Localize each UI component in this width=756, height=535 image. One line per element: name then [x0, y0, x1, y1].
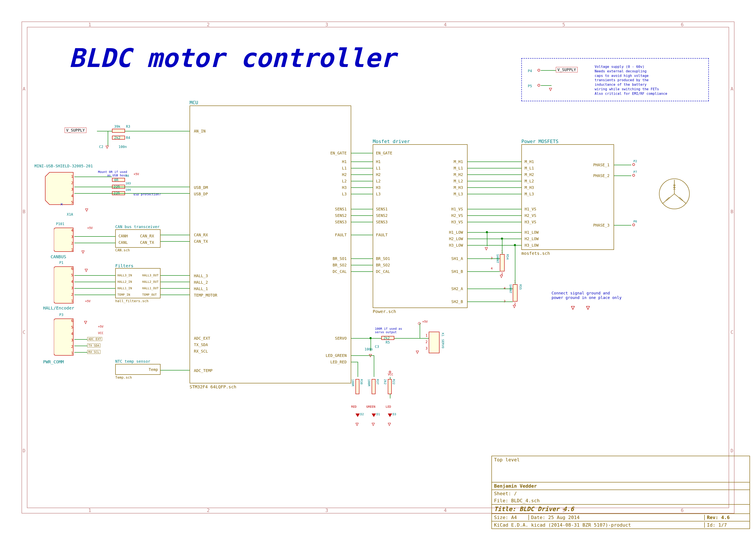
wd-ml1	[468, 168, 521, 168]
drv-sh1b: SH1_B	[451, 269, 463, 274]
drv-fault: FAULT	[376, 233, 388, 237]
led-red-w	[351, 362, 358, 362]
drv-ml3: M_L3	[454, 192, 463, 196]
d1-led-icon	[372, 413, 376, 417]
w-h2	[351, 175, 373, 175]
usb-nc-x-icon: ✕	[60, 201, 63, 207]
anin-wire	[125, 131, 189, 131]
usb-w3	[74, 193, 189, 194]
mcu-l2: L2	[342, 179, 347, 183]
tick-bot-2: 2	[207, 508, 210, 513]
can-tx: CAN_TX	[140, 240, 154, 245]
tick-left-d: D	[23, 448, 25, 453]
d2-gnd-icon: ▽	[356, 421, 359, 427]
r4-val: 2k2	[114, 136, 120, 140]
tick-top-1: 1	[88, 22, 91, 27]
r54-box	[500, 254, 505, 271]
drv-h3vs: H3_VS	[451, 220, 463, 224]
pm-mh2: M_H2	[525, 172, 534, 177]
servo-j1	[369, 337, 372, 339]
d3-led-icon	[388, 413, 392, 417]
d2-led-icon	[356, 413, 360, 417]
tick-bot-3: 3	[325, 508, 328, 513]
w-brso2	[351, 265, 373, 265]
mcu-hall3: HALL_3	[194, 273, 208, 278]
mcu-fault: FAULT	[335, 233, 347, 237]
c2-ref: C2	[99, 145, 103, 149]
p5-ref: P5	[528, 84, 532, 88]
c3-ref: C3	[375, 345, 379, 349]
j-h1low	[486, 231, 488, 233]
c2-val: 100n	[119, 145, 127, 149]
canbus-ref: P101	[56, 222, 64, 226]
tb-tool-id: KiCad E.D.A. kicad (2014-08-31 BZR 5107)…	[492, 521, 749, 528]
r104-ref: 104	[125, 188, 131, 191]
mcu-brso1: BR_SO1	[333, 256, 347, 261]
tb-tool: KiCad E.D.A. kicad (2014-08-31 BZR 5107)…	[494, 522, 704, 528]
wd-h1vs	[468, 209, 521, 209]
pm-h1vs: H1_VS	[525, 207, 536, 211]
pm-mh1: M_H1	[525, 159, 534, 164]
pc-tx-sda: TX_SDA	[87, 344, 101, 348]
pc-pin5: 5	[71, 325, 73, 329]
p7-pad-icon	[632, 174, 635, 177]
drv-dccal: DC_CAL	[376, 269, 390, 274]
r37-box	[372, 379, 375, 394]
usb-conn-ref: MINI-USB-SHIELD-32005-201	[35, 164, 93, 168]
tick-left-b: B	[23, 209, 25, 214]
hall-conn-outline	[54, 265, 77, 306]
hall-pin3: 3	[71, 286, 73, 290]
pc-rx-scl: RX_SCL	[87, 350, 101, 354]
pm-h3vs: H3_VS	[525, 220, 536, 224]
can-w1	[74, 236, 115, 237]
r55-gnd-icon: ▽	[513, 303, 516, 309]
r55-p4: 4	[504, 287, 506, 290]
w-l3	[351, 194, 373, 194]
mosfet-driver-label: Mosfet driver	[373, 139, 410, 144]
tick-top-4: 4	[444, 22, 447, 27]
p4-pad-icon	[538, 69, 540, 71]
r38-ref: R38	[360, 379, 363, 384]
w-sens3	[351, 222, 373, 222]
wd-mh2	[468, 175, 521, 175]
hall3-out: HALL3_OUT	[142, 273, 159, 277]
mcu-label: MCU	[189, 100, 198, 105]
hall2-out: HALL2_OUT	[142, 280, 159, 283]
temp-file: Temp.sch	[115, 376, 132, 380]
d1-ref: D1	[376, 412, 380, 416]
tb-top: Top level	[492, 456, 749, 482]
hall-pin2: 2	[71, 293, 73, 296]
pm-h3low: H3_LOW	[525, 243, 538, 247]
sh1b-w	[468, 271, 500, 272]
r3-box	[112, 129, 125, 133]
r6-ref: R6	[125, 174, 129, 178]
mcu-hall1: HALL_1	[194, 287, 208, 291]
hall-pin6: 6	[71, 267, 73, 271]
mcu-servo: SERVO	[335, 336, 347, 341]
can-pin2: 2	[71, 241, 73, 245]
pm-mh3: M_H3	[525, 185, 534, 190]
hall-pin1: 1	[71, 299, 73, 303]
drv-h1low: H1_LOW	[449, 230, 463, 235]
ground-note: Connect signal ground and power ground i…	[552, 291, 622, 300]
shunt-v1	[502, 239, 503, 254]
r4-ref: R4	[126, 136, 130, 140]
servo-5v: +5V	[422, 320, 428, 323]
p7-ref: P7	[633, 170, 637, 174]
can-rx: CAN_RX	[140, 234, 154, 238]
pm-h1low: H1_LOW	[525, 230, 538, 235]
wd-ml2	[468, 181, 521, 181]
power-mosfets-label: Power MOSFETS	[521, 139, 559, 144]
hall-w4	[74, 282, 115, 282]
led-green-v	[374, 355, 374, 377]
r22-box	[388, 379, 392, 394]
usb-w2	[74, 187, 189, 187]
wd-h3low	[468, 245, 521, 245]
p4-ref: P4	[528, 69, 532, 73]
c3-val: 100n	[364, 347, 373, 351]
tick-bot-1: 1	[88, 508, 91, 513]
temp-in: TEMP_IN	[117, 293, 130, 296]
w-sens2	[351, 215, 373, 216]
mcu-file: STM32F4 64LQFP.sch	[189, 384, 236, 389]
sh2a-w	[468, 289, 513, 289]
